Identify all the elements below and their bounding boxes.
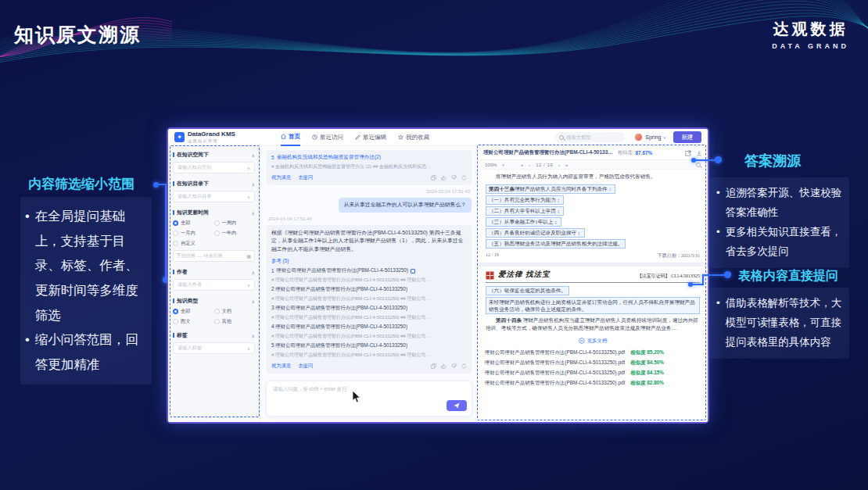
reference-title-link[interactable]: 5 理财公司理财产品销售管理暂行办法(PBM-CLI-4-50133250) [271, 342, 467, 349]
last-page-icon[interactable]: » [565, 163, 568, 167]
edit-icon [355, 134, 360, 140]
radio-type-richtext[interactable]: 图文 [173, 318, 214, 325]
tag-select[interactable]: 请输入标签 ∨ [173, 342, 255, 354]
radio-month[interactable]: 一月内 [173, 230, 214, 237]
letterhead-brand: 爱法律 找法宝 [498, 270, 550, 280]
related-file-row[interactable]: 理财公司理财产品销售管理暂行办法(PBM-CLI-4-50133250).pdf… [478, 377, 708, 387]
bullet-icon: • [716, 223, 720, 262]
radio-icon [173, 309, 178, 314]
chevron-up-icon: ∧ [252, 270, 255, 275]
annotation-panel-table: •借助表格解析等技术，大模型可读懂表格，可直接提问表格里的具体内容 [710, 288, 849, 359]
open-in-new-icon[interactable] [685, 150, 691, 156]
annotation-bullet: •在全局提问基础上，支持基于目录、标签、作者、更新时间等多维度筛选 [25, 204, 147, 327]
doc-paragraph: 将理财产品销售人员行为纳入内部监督审查，严格防范虚假代客销售。 [486, 173, 700, 181]
chevron-up-icon: ∧ [252, 152, 255, 158]
radio-type-other[interactable]: 其他 [214, 318, 256, 325]
section-header[interactable]: 在知识空间下 ∧ [173, 151, 255, 159]
reference-title-link[interactable]: 5 金融机构反洗钱和反恐怖融资监督管理办法(2) [271, 154, 467, 161]
user-message: 从未从事过金融工作的人可以从事理财产品销售么？ [339, 198, 472, 213]
chat-input-box[interactable] [266, 381, 472, 417]
space-select[interactable]: 请输入知识空间 ∨ [173, 162, 255, 173]
similarity-badge: 相似度 82.80% [630, 380, 664, 387]
connector-line [702, 274, 726, 276]
radio-week[interactable]: 一周内 [214, 220, 256, 227]
search-in-doc-icon[interactable] [696, 163, 701, 167]
nav-item-favorites[interactable]: 我的收藏 [398, 129, 429, 146]
thumbs-down-icon[interactable] [451, 175, 457, 181]
more-docs-link[interactable]: 更多文档 [478, 338, 708, 345]
zoom-level[interactable]: 100% [485, 163, 497, 167]
slide: 知识原文溯源 达观数据 DATA GRAND 内容筛选缩小范围 •在全局提问基础… [0, 0, 868, 490]
brand-logo-en: DATA GRAND [772, 42, 849, 50]
similarity-badge: 相似度 85.20% [630, 349, 664, 356]
nav-item-recent-edits[interactable]: 最近编辑 [355, 129, 386, 146]
app-logo-icon: ✦ [174, 132, 185, 142]
radio-custom[interactable]: 自定义 [173, 240, 214, 247]
mark-satisfied-link[interactable]: 视为满意 [271, 174, 291, 181]
first-page-icon[interactable]: « [521, 163, 523, 167]
global-search[interactable] [554, 132, 625, 142]
prev-page-icon[interactable]: ‹ [529, 163, 530, 167]
page-break [478, 263, 708, 266]
thumbs-down-icon[interactable] [451, 363, 457, 369]
reference-item: 5 理财公司理财产品销售管理暂行办法(PBM-CLI-4-50133250) #… [271, 342, 467, 359]
doc-paragraph: 第四十四条 理财产品销售机构应当建立理财产品销售人员资格持续培训制度，通过内外部… [486, 317, 700, 332]
related-file-row[interactable]: 理财公司理财产品销售管理暂行办法(PBM-CLI-4-50133250).pdf… [478, 346, 708, 356]
radio-type-doc[interactable]: 文档 [214, 308, 256, 315]
radio-icon [173, 220, 178, 226]
date-range-picker[interactable]: 开始日期 — 结束日期 ▦ [173, 250, 255, 262]
user-menu[interactable]: Spring ▾ [634, 133, 665, 141]
section-header[interactable]: 作者 ∧ [173, 268, 255, 276]
search-input[interactable] [566, 134, 622, 140]
copy-icon[interactable] [431, 363, 436, 369]
radio-icon [214, 309, 220, 314]
section-header[interactable]: 知识类型 ∧ [173, 297, 255, 305]
radio-type-all[interactable]: 全部 [173, 308, 214, 315]
highlighted-line: （一）具有完全民事行为能力； [486, 195, 564, 205]
chevron-down-icon: ▾ [663, 135, 665, 140]
ask-again-link[interactable]: 去提问 [298, 174, 313, 181]
refresh-icon[interactable] [461, 363, 467, 369]
chat-input[interactable] [273, 386, 465, 392]
refresh-icon[interactable] [461, 175, 467, 181]
author-select[interactable]: 请输入作者 ∨ [173, 279, 255, 291]
radio-year[interactable]: 一年内 [214, 230, 256, 237]
doc-filename[interactable]: 理财公司理财产品销售管理暂行办法(PBM-CLI-4-50133250).pdf [483, 149, 615, 156]
annotation-title-trace: 答案溯源 [744, 152, 801, 170]
download-icon[interactable] [696, 150, 702, 156]
nav-item-home[interactable]: 首页 [281, 129, 300, 146]
related-file-row[interactable]: 理财公司理财产品销售管理暂行办法(PBM-CLI-4-50133250).pdf… [478, 367, 708, 377]
nav-item-recent-visits[interactable]: 最近访问 [312, 129, 343, 146]
section-marker [173, 210, 174, 215]
clock-icon [312, 134, 317, 140]
catalog-select[interactable]: 请输入知识目录 ∨ [173, 191, 255, 202]
star-icon [398, 134, 404, 140]
mark-satisfied-link[interactable]: 视为满意 [271, 363, 291, 370]
reference-title-link[interactable]: 1理财公司理财产品销售管理暂行办法(PBM-CLI-4-50133250) [271, 267, 467, 274]
thumbs-up-icon[interactable] [441, 363, 447, 369]
similarity-label: 相似度 [618, 149, 633, 156]
reference-title-link[interactable]: 3 理财公司理财产品销售管理暂行办法(PBM-CLI-4-50133250) [271, 305, 467, 312]
reference-title-link[interactable]: 2 理财公司理财产品销售管理暂行办法(PBM-CLI-4-50133250) [271, 286, 467, 293]
chevron-down-icon[interactable]: ▾ [502, 163, 504, 167]
seal-icon [486, 271, 494, 280]
next-page-icon[interactable]: › [558, 163, 560, 167]
new-button[interactable]: 新建 [673, 131, 701, 143]
section-header[interactable]: 标签 ∧ [173, 331, 255, 339]
section-header[interactable]: 在知识目录下 ∧ [173, 180, 255, 188]
send-button[interactable] [447, 400, 467, 411]
reference-snippet: # 理财公司理财产品销售管理暂行办法(PBM-CLI-4-50133250) #… [271, 352, 467, 359]
copy-icon[interactable] [431, 175, 436, 181]
radio-icon [173, 241, 178, 246]
reference-title-link[interactable]: 4 理财公司理财产品销售管理暂行办法(PBM-CLI-4-50133250) [271, 324, 467, 331]
preview-doc-icon[interactable] [411, 269, 415, 274]
reference-snippet: # 理财公司理财产品销售管理暂行办法(PBM-CLI-4-50133250) #… [271, 295, 467, 302]
radio-all[interactable]: 全部 [173, 220, 214, 227]
avatar [634, 133, 643, 141]
reference-snippet: # 金融机构反洗钱和反恐怖融资监督管理办法 (2) ## 金融机构反洗钱和反恐… [271, 163, 467, 170]
ask-again-link[interactable]: 去提问 [298, 363, 313, 370]
doc-header: 理财公司理财产品销售管理暂行办法(PBM-CLI-4-50133250).pdf… [478, 146, 708, 159]
thumbs-up-icon[interactable] [441, 175, 447, 181]
related-file-row[interactable]: 理财公司理财产品销售管理暂行办法(PBM-CLI-4-50133250).pdf… [478, 356, 708, 367]
section-header[interactable]: 知识更新时间 ∧ [173, 209, 255, 216]
